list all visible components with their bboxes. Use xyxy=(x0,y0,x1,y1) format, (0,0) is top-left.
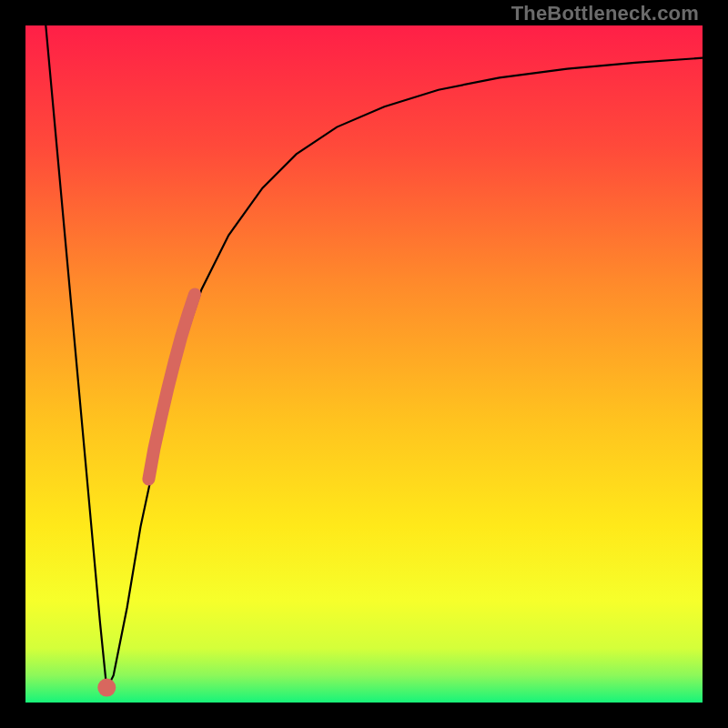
watermark-text: TheBottleneck.com xyxy=(511,2,699,25)
plot-area xyxy=(25,25,703,703)
chart-frame: TheBottleneck.com xyxy=(0,0,728,728)
gradient-background xyxy=(25,25,703,703)
chart-svg xyxy=(25,25,703,703)
highlight-dot-icon xyxy=(97,679,116,697)
